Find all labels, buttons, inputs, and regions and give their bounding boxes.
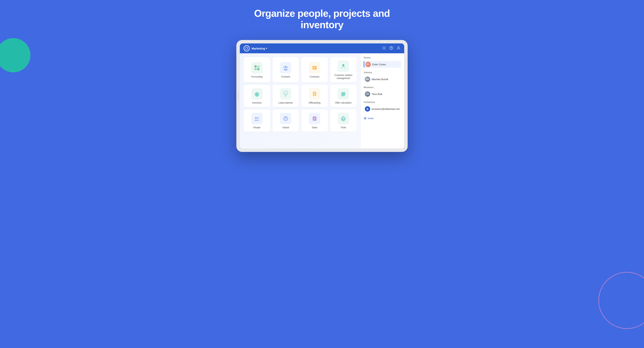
invite-button[interactable]: ⊕ Invite [364, 116, 401, 121]
svg-point-10 [284, 68, 288, 71]
timer-label: Timer [340, 126, 346, 129]
app-card-people[interactable]: People [244, 110, 270, 132]
svg-rect-3 [254, 65, 256, 68]
crm-icon [340, 63, 347, 70]
invitations-label: Invitations [364, 101, 401, 104]
member-name-0: Titos Belk [372, 93, 382, 96]
offboarding-icon-wrap: ! [309, 88, 320, 100]
logo-icon [244, 45, 250, 52]
page-headline: Organize people, projects and inventory [236, 8, 408, 30]
device-dot-1 [238, 92, 239, 93]
svg-point-2 [398, 46, 399, 48]
contracts-icon-wrap [309, 62, 320, 74]
app-card-tasks[interactable]: Tasks [301, 110, 328, 132]
svg-rect-14 [313, 67, 316, 68]
main-content: Accounting Contacts [240, 53, 404, 148]
help-icon[interactable] [389, 46, 393, 51]
global-icon-wrap [280, 113, 291, 124]
svg-rect-8 [257, 66, 258, 66]
offer-icon-wrap: $ [338, 88, 349, 100]
owner-label: Owner [364, 56, 401, 59]
member-avatar-0: TB [365, 92, 370, 97]
app-card-offer-calculation[interactable]: $ Offer calculation [330, 85, 357, 107]
svg-point-9 [285, 66, 287, 68]
svg-point-32 [256, 120, 260, 121]
tasks-icon-wrap [309, 113, 320, 124]
svg-point-12 [287, 66, 288, 68]
inventory-label: Inventory [252, 102, 262, 104]
accounting-label: Accounting [251, 76, 262, 78]
owner-person: EC Ester Cortes [364, 61, 401, 68]
workspace-name: Marketing [252, 47, 265, 50]
app-card-contacts[interactable]: Contacts [272, 57, 299, 82]
owner-section: Owner EC Ester Cortes [364, 56, 401, 68]
invite-label: Invite [368, 117, 374, 120]
bg-decoration-teal [0, 38, 30, 72]
offboarding-label: Offboarding [309, 102, 321, 104]
owner-name: Ester Cortes [372, 63, 386, 66]
app-card-leave-planner[interactable]: Leave planner [272, 85, 299, 107]
workspace-selector[interactable]: Marketing ▾ [252, 47, 267, 50]
svg-point-11 [283, 66, 285, 68]
leave-label: Leave planner [278, 102, 293, 104]
accounting-icon-wrap [251, 62, 262, 74]
svg-point-0 [384, 48, 384, 48]
settings-icon[interactable] [382, 46, 386, 51]
admins-section: Admins MB Marrilee Burhill [364, 71, 401, 82]
accounting-icon [253, 64, 260, 72]
invitation-person-0: B bcravenc@slideshare.net [364, 106, 401, 112]
contracts-icon [311, 64, 318, 72]
svg-text:$: $ [342, 93, 344, 95]
device-dot-3 [238, 96, 239, 98]
admins-label: Admins [364, 71, 401, 74]
contracts-label: Contracts [310, 76, 319, 78]
offer-label: Offer calculation [335, 102, 352, 104]
app-card-timer[interactable]: Timer [330, 110, 357, 132]
members-section: Members TB Titos Belk [364, 86, 401, 98]
app-card-crm[interactable]: Customer relation management [330, 57, 357, 82]
offer-icon: $ [340, 90, 347, 98]
member-person-0: TB Titos Belk [364, 90, 401, 98]
device-frame: Marketing ▾ [236, 40, 408, 152]
apps-grid: Accounting Contacts [244, 57, 357, 132]
people-icon [253, 115, 260, 122]
inventory-icon-wrap [251, 88, 262, 100]
device-dots [238, 92, 239, 100]
app-card-accounting[interactable]: Accounting [244, 57, 270, 82]
inventory-icon [253, 90, 260, 98]
app-card-global[interactable]: Global [272, 110, 299, 132]
logo-inner-ring [245, 47, 248, 50]
device-dot-4 [238, 99, 239, 100]
invitation-email-0: bcravenc@slideshare.net [372, 108, 400, 110]
svg-rect-5 [254, 68, 256, 70]
user-icon[interactable] [396, 46, 400, 51]
device-screen: Marketing ▾ [240, 44, 404, 148]
invitations-section: Invitations B bcravenc@slideshare.net [364, 101, 401, 112]
navbar-left: Marketing ▾ [244, 45, 267, 52]
timer-icon [340, 115, 347, 122]
tasks-label: Tasks [312, 126, 318, 129]
bg-decoration-circle [598, 272, 644, 329]
svg-point-29 [255, 117, 257, 119]
global-label: Global [282, 126, 289, 129]
app-card-inventory[interactable]: Inventory [244, 85, 270, 107]
contacts-label: Contacts [281, 76, 290, 78]
app-card-offboarding[interactable]: ! Offboarding [301, 85, 328, 107]
contacts-icon-wrap [280, 62, 291, 74]
admin-person-0: MB Marrilee Burhill [364, 76, 401, 82]
app-card-contracts[interactable]: Contracts [301, 57, 328, 82]
sidebar: Owner EC Ester Cortes Admins MB Marrilee… [360, 53, 404, 148]
crm-icon-wrap [338, 60, 349, 72]
apps-area: Accounting Contacts [240, 53, 360, 148]
svg-rect-21 [314, 94, 316, 94]
leave-icon [282, 90, 289, 98]
svg-rect-6 [257, 68, 259, 70]
navbar: Marketing ▾ [240, 44, 404, 53]
offboarding-icon: ! [311, 90, 318, 98]
svg-point-30 [257, 117, 259, 119]
svg-rect-20 [314, 93, 316, 93]
crm-label: Customer relation management [332, 74, 354, 80]
device-dot-2 [238, 94, 239, 96]
people-icon-wrap [251, 113, 262, 124]
members-label: Members [364, 86, 401, 89]
